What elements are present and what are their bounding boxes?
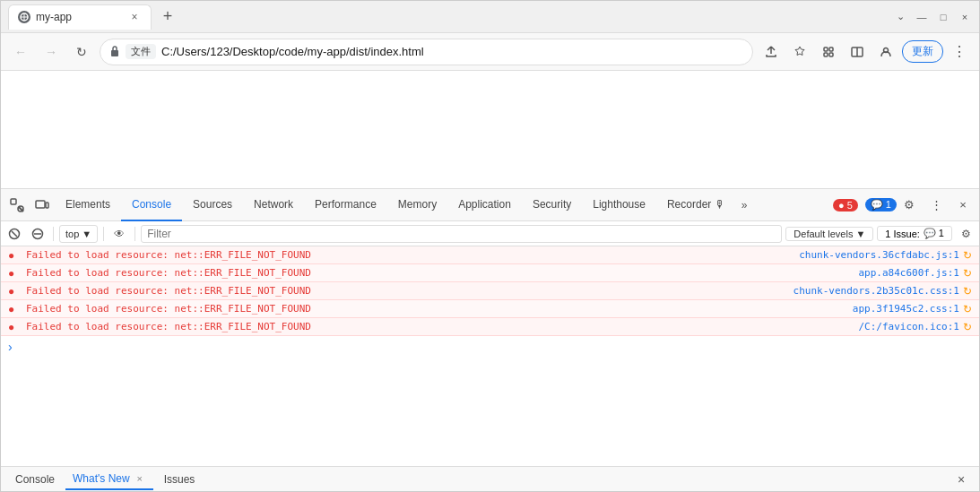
bottom-bar: Console What's New × Issues × [1,466,979,491]
devtools-tab-performance[interactable]: Performance [304,189,387,221]
svg-rect-4 [824,47,828,51]
console-error-row: ● Failed to load resource: net::ERR_FILE… [1,264,979,282]
devtools-panel: Elements Console Sources Network Perform… [1,188,979,466]
svg-rect-6 [824,53,828,56]
forward-button[interactable]: → [39,39,64,65]
devtools-close-icon[interactable]: × [950,193,976,218]
bookmark-icon[interactable] [787,39,812,65]
error-icon: ● [8,285,21,298]
console-toolbar: top ▼ 👁 Default levels ▼ 1 Issue: 💬 1 ⚙ [1,221,979,246]
toolbar-divider-1 [53,227,54,241]
window-close-button[interactable]: × [958,10,972,24]
error-message: Failed to load resource: net::ERR_FILE_N… [26,303,853,315]
error-source-link[interactable]: app.a84c600f.js:1 [858,267,959,279]
devtools-tab-console[interactable]: Console [121,189,182,221]
error-icon: ● [8,249,21,262]
console-eye-icon[interactable]: 👁 [109,224,129,244]
devtools-tab-sources[interactable]: Sources [182,189,243,221]
window-chevron-button[interactable]: ⌄ [893,10,907,24]
reload-button[interactable]: ↻ [69,39,94,65]
error-message: Failed to load resource: net::ERR_FILE_N… [26,321,858,332]
toolbar-divider-3 [134,227,135,241]
error-icon: ● [8,267,21,280]
error-message: Failed to load resource: net::ERR_FILE_N… [26,285,794,297]
issues-button[interactable]: 1 Issue: 💬 1 [877,226,952,241]
log-levels-selector[interactable]: Default levels ▼ [785,227,873,241]
console-clear-button[interactable] [4,224,24,244]
devtools-inspect-icon[interactable] [4,193,30,218]
devtools-toolbar-icons: ⚙ ⋮ × [897,193,976,218]
console-settings-icon[interactable]: ⚙ [956,224,976,244]
svg-rect-3 [111,50,118,56]
refresh-icon-2[interactable]: ↻ [963,285,972,298]
share-icon[interactable] [759,39,784,65]
context-selector[interactable]: top ▼ [59,225,98,243]
whats-new-close-icon[interactable]: × [134,472,146,485]
extension-icon[interactable] [816,39,841,65]
address-actions: 更新 ⋮ [759,39,972,65]
lock-icon [109,45,120,59]
bottom-tab-whats-new[interactable]: What's New × [65,469,153,490]
update-button[interactable]: 更新 [902,40,943,63]
devtools-tab-lighthouse[interactable]: Lighthouse [582,189,656,221]
svg-rect-14 [46,203,48,208]
tab-close-button[interactable]: × [127,10,142,24]
console-prompt-row[interactable]: › [1,336,979,358]
console-filter-input[interactable] [141,225,782,243]
devtools-more-tabs[interactable]: » [736,189,753,221]
message-badge: 💬 1 [865,198,897,211]
error-icon: ● [8,321,21,333]
window-minimize-button[interactable]: — [915,10,929,24]
devtools-settings-icon[interactable]: ⚙ [897,193,922,218]
devtools-tab-security[interactable]: Security [522,189,582,221]
svg-rect-7 [829,53,833,56]
devtools-tab-network[interactable]: Network [243,189,304,221]
svg-line-16 [12,231,17,237]
devtools-device-icon[interactable] [30,193,55,218]
console-error-row: ● Failed to load resource: net::ERR_FILE… [1,318,979,336]
devtools-tab-memory[interactable]: Memory [387,189,447,221]
bottom-tab-console[interactable]: Console [8,469,62,490]
browser-tab[interactable]: my-app × [8,4,152,30]
error-source-link[interactable]: /C:/favicon.ico:1 [858,321,959,332]
console-messages: ● Failed to load resource: net::ERR_FILE… [1,246,979,466]
file-chip: 文件 [126,44,156,59]
svg-rect-13 [36,201,45,208]
refresh-icon-1[interactable]: ↻ [963,267,972,280]
error-badge: ● 5 [833,199,858,211]
tab-title: my-app [36,11,122,23]
devtools-tab-recorder[interactable]: Recorder 🎙 [656,189,736,221]
refresh-icon-0[interactable]: ↻ [963,249,972,262]
window-maximize-button[interactable]: □ [936,10,950,24]
error-source-link[interactable]: chunk-vendors.2b35c01c.css:1 [794,285,959,297]
url-text: C:/Users/123/Desktop/code/my-app/dist/in… [161,45,743,58]
issues-count-badge: 💬 1 [924,228,944,239]
console-filter-icon[interactable] [28,224,48,244]
devtools-tab-elements[interactable]: Elements [55,189,121,221]
bottom-tab-issues[interactable]: Issues [157,469,203,490]
address-bar: ← → ↻ 文件 C:/Users/123/Desktop/code/my-ap… [1,33,979,71]
devtools-tab-bar: Elements Console Sources Network Perform… [1,189,979,221]
svg-rect-5 [829,47,833,51]
bottom-close-button[interactable]: × [950,469,972,490]
error-message: Failed to load resource: net::ERR_FILE_N… [26,267,858,279]
toolbar-divider-2 [103,227,104,241]
page-area [1,71,979,188]
address-field[interactable]: 文件 C:/Users/123/Desktop/code/my-app/dist… [100,39,753,65]
error-source-link[interactable]: app.3f1945c2.css:1 [853,303,959,315]
error-source-link[interactable]: chunk-vendors.36cfdabc.js:1 [799,249,959,261]
window-split-icon[interactable] [845,39,870,65]
devtools-more-icon[interactable]: ⋮ [924,193,949,218]
title-bar-controls: ⌄ — □ × [893,10,972,24]
new-tab-button[interactable]: + [155,4,180,30]
browser-menu-button[interactable]: ⋮ [947,39,972,65]
back-button[interactable]: ← [8,39,33,65]
console-error-row: ● Failed to load resource: net::ERR_FILE… [1,300,979,318]
refresh-icon-4[interactable]: ↻ [963,321,972,333]
svg-rect-11 [11,199,16,204]
browser-window: my-app × + ⌄ — □ × ← → ↻ 文件 C:/Users/123… [0,0,980,492]
tab-favicon [18,11,30,23]
profile-icon[interactable] [873,39,898,65]
refresh-icon-3[interactable]: ↻ [963,303,972,315]
devtools-tab-application[interactable]: Application [447,189,522,221]
